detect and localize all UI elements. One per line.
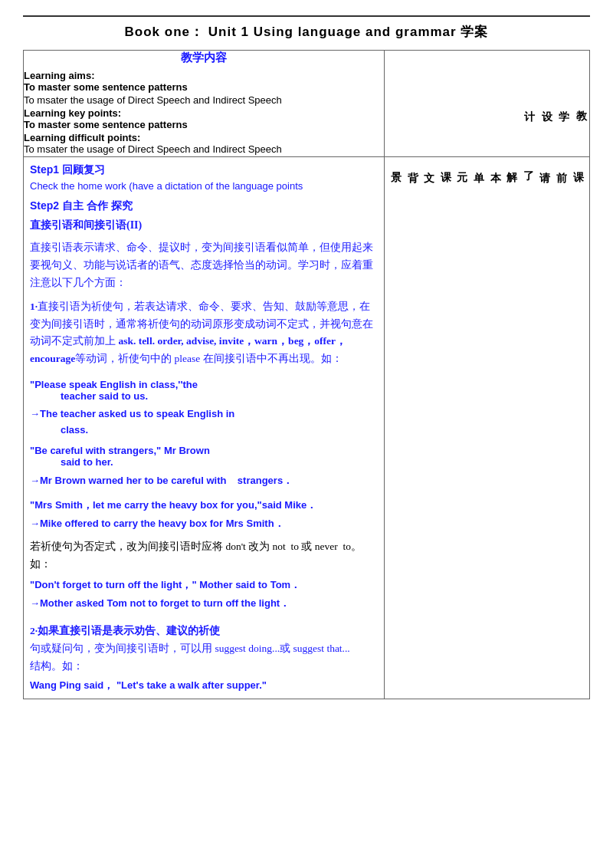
key-points-label: Learning key points: — [24, 107, 384, 119]
note1-quote: "Don't forget to turn off the light，" Mo… — [30, 578, 378, 592]
example2-quote: "Be careful with strangers," Mr Brown — [30, 445, 378, 456]
difficult-label: Learning difficult points: — [24, 132, 384, 143]
section1-side: 教学设计 — [384, 51, 589, 157]
aim-1: To master some sentence patterns — [24, 81, 384, 93]
example2-quote2: said to her. — [30, 456, 378, 468]
point1-prefix: 1· — [30, 301, 38, 312]
step2-header: Step2 自主 合作 探究 — [30, 199, 378, 213]
section1-content: 教学内容 Learning aims: To master some sente… — [24, 51, 385, 157]
example1-arrow2: class. — [30, 424, 378, 436]
difficult-1: To msater the usage of Direct Speech and… — [24, 143, 384, 155]
step1-header: Step1 回顾复习 — [30, 163, 378, 177]
section1-title: 教学内容 — [24, 51, 384, 65]
main-table: 教学内容 Learning aims: To master some sente… — [23, 50, 590, 699]
key-point-1: To master some sentence patterns — [24, 119, 384, 130]
point2-header: 2·如果直接引语是表示劝告、建议的祈使 — [30, 623, 378, 640]
section1-row: 教学内容 Learning aims: To master some sente… — [24, 51, 590, 157]
point2-cn: 句或疑问句，变为间接引语时，可以用 suggest doing...或 sugg… — [30, 640, 378, 658]
example2-arrow: →Mr Brown warned her to be careful with … — [30, 474, 378, 488]
example1-quote2: teacher said to us. — [30, 390, 378, 402]
step2-subtitle: 直接引语和间接引语(II) — [30, 216, 378, 235]
section2-row: Step1 回顾复习 Check the home work (have a d… — [24, 157, 590, 699]
example3-arrow: →Mike offered to carry the heavy box for… — [30, 517, 378, 531]
point1-cn2: 等动词，祈使句中的 please 在间接引语中不再出现。如： — [75, 353, 342, 364]
para1: 直接引语表示请求、命令、提议时，变为间接引语看似简单，但使用起来要视句义、功能与… — [30, 239, 378, 292]
aim-2: To msater the usage of Direct Speech and… — [24, 94, 384, 106]
section2-side: 课前请了解本单元课文背景 — [384, 157, 589, 699]
note1-example: "Don't forget to turn off the light，" Mo… — [30, 578, 378, 610]
point2-cn2: 结构。如： — [30, 658, 378, 676]
point2-block: 2·如果直接引语是表示劝告、建议的祈使 句或疑问句，变为间接引语时，可以用 su… — [30, 623, 378, 692]
note1-block: 若祈使句为否定式，改为间接引语时应将 don't 改为 not to 或 nev… — [30, 538, 378, 574]
example3: "Mrs Smith，let me carry the heavy box fo… — [30, 498, 378, 531]
aims-label: Learning aims: — [24, 70, 384, 81]
note1-cn: 若祈使句为否定式，改为间接引语时应将 don't 改为 not to 或 nev… — [30, 541, 362, 570]
page-title: Book one： Unit 1 Using language and gram… — [23, 23, 590, 41]
top-divider — [23, 15, 590, 17]
example1: "Please speak English in class,''the tea… — [30, 379, 378, 436]
example1-arrow: →The teacher asked us to speak English i… — [30, 408, 378, 419]
example1-quote: "Please speak English in class,''the — [30, 379, 378, 390]
point2-example: Wang Ping said， "Let's take a walk after… — [30, 679, 378, 692]
note1-arrow: →Mother asked Tom not to forget to turn … — [30, 597, 378, 610]
example2: "Be careful with strangers," Mr Brown sa… — [30, 445, 378, 488]
example3-quote: "Mrs Smith，let me carry the heavy box fo… — [30, 498, 378, 512]
section2-content: Step1 回顾复习 Check the home work (have a d… — [24, 157, 385, 699]
step1-text: Check the home work (have a dictation of… — [30, 180, 378, 192]
